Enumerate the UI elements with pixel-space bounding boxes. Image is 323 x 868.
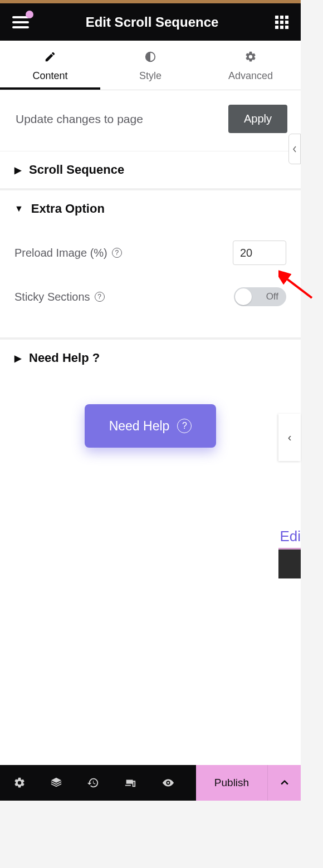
footer: Publish: [0, 765, 301, 801]
tab-content-label: Content: [0, 70, 100, 82]
caret-right-icon: ▶: [14, 353, 21, 364]
apply-description: Update changes to page: [16, 112, 143, 126]
help-icon[interactable]: ?: [112, 248, 122, 258]
caret-down-icon: ▼: [14, 204, 23, 214]
history-icon[interactable]: [87, 777, 99, 789]
notification-dot: [26, 11, 33, 18]
help-icon: ?: [177, 419, 192, 433]
panel-header: Edit Scroll Sequence: [0, 3, 301, 41]
side-collapse-handle[interactable]: ‹: [278, 414, 301, 461]
sticky-sections-label: Sticky Sections ?: [14, 291, 105, 303]
layers-icon[interactable]: [50, 777, 62, 789]
tab-advanced[interactable]: Advanced: [200, 41, 301, 90]
publish-options-button[interactable]: [267, 765, 301, 801]
section-scroll-sequence[interactable]: ▶ Scroll Sequence: [0, 151, 301, 188]
toggle-off-label: Off: [266, 291, 278, 302]
tab-style[interactable]: Style: [100, 41, 200, 90]
preload-image-input[interactable]: [233, 241, 286, 265]
preload-image-row: Preload Image (%) ?: [14, 229, 286, 276]
tab-advanced-label: Advanced: [200, 70, 301, 82]
need-help-button[interactable]: Need Help ?: [85, 404, 216, 448]
apply-button[interactable]: Apply: [228, 105, 287, 133]
apply-row: Update changes to page Apply: [0, 90, 301, 151]
section-need-help-title: Need Help ?: [29, 351, 100, 365]
responsive-icon[interactable]: [124, 777, 137, 789]
side-edit-text: Edi: [280, 528, 301, 545]
preload-image-label: Preload Image (%) ?: [14, 247, 122, 259]
contrast-icon: [144, 51, 156, 66]
need-help-button-label: Need Help: [109, 419, 170, 434]
help-icon[interactable]: ?: [95, 292, 105, 302]
side-dark-block: [278, 548, 301, 578]
section-scroll-sequence-title: Scroll Sequence: [29, 163, 124, 177]
tabs: Content Style Advanced: [0, 41, 301, 90]
pencil-icon: [44, 51, 56, 66]
sticky-sections-row: Sticky Sections ? Off: [14, 276, 286, 317]
preview-icon[interactable]: [161, 777, 175, 789]
settings-icon[interactable]: [13, 777, 26, 789]
tab-style-label: Style: [100, 70, 200, 82]
tab-content[interactable]: Content: [0, 41, 100, 90]
side-handle[interactable]: [288, 134, 301, 164]
sticky-sections-toggle[interactable]: Off: [234, 287, 286, 306]
section-extra-option-title: Extra Option: [31, 202, 105, 216]
publish-button[interactable]: Publish: [196, 765, 267, 801]
panel-title: Edit Scroll Sequence: [29, 14, 275, 30]
apps-grid-icon[interactable]: [275, 16, 288, 29]
section-need-help[interactable]: ▶ Need Help ?: [0, 340, 301, 376]
gear-icon: [244, 51, 257, 66]
menu-icon[interactable]: [12, 14, 29, 31]
caret-right-icon: ▶: [14, 165, 21, 175]
section-extra-option[interactable]: ▼ Extra Option: [0, 190, 301, 227]
